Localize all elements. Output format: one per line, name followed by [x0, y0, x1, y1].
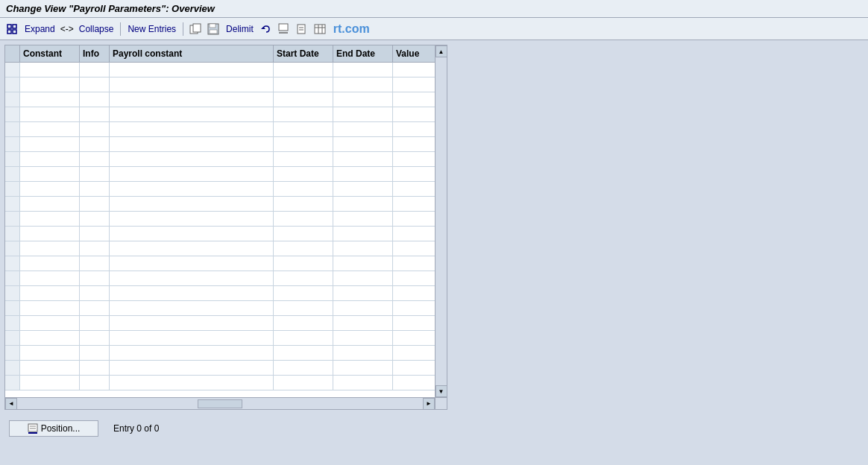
cell-enddate: [333, 316, 393, 331]
svg-rect-1: [13, 25, 16, 28]
table-row[interactable]: [5, 376, 447, 390]
table-row[interactable]: [5, 78, 447, 92]
cell-enddate: [333, 167, 393, 182]
position-btn-label: Position...: [41, 423, 81, 434]
table-row[interactable]: [5, 152, 447, 167]
table-row[interactable]: [5, 63, 447, 78]
cell-startdate: [274, 241, 333, 256]
table-row[interactable]: [5, 92, 447, 107]
scroll-left-btn[interactable]: ◄: [5, 398, 17, 410]
header-selector: [5, 45, 20, 62]
table-row[interactable]: [5, 212, 447, 227]
expand-label[interactable]: Expand: [22, 23, 57, 35]
new-entries-label[interactable]: New Entries: [125, 23, 178, 35]
table-row[interactable]: [5, 316, 447, 331]
table-row[interactable]: [5, 137, 447, 152]
svg-rect-3: [13, 30, 16, 34]
position-button[interactable]: Position...: [9, 420, 98, 437]
svg-rect-2: [7, 30, 11, 34]
table-row[interactable]: [5, 241, 447, 256]
cell-info: [80, 256, 110, 271]
cell-constant: [20, 256, 80, 271]
cell-constant: [20, 92, 80, 107]
copy-icon[interactable]: [188, 22, 203, 37]
cell-startdate: [274, 227, 333, 241]
table-row[interactable]: [5, 182, 447, 197]
table-row[interactable]: [5, 227, 447, 241]
row-selector: [5, 331, 20, 345]
cell-info: [80, 271, 110, 286]
cell-enddate: [333, 137, 393, 152]
table-row[interactable]: [5, 107, 447, 122]
table-row[interactable]: [5, 197, 447, 212]
row-selector: [5, 301, 20, 315]
position-icon: [28, 423, 38, 434]
cell-enddate: [333, 182, 393, 197]
scroll-right-btn[interactable]: ►: [423, 398, 435, 410]
cell-constant: [20, 63, 80, 78]
table-row[interactable]: [5, 331, 447, 346]
row-selector: [5, 316, 20, 330]
header-constant[interactable]: Constant: [20, 45, 80, 62]
row-selector: [5, 137, 20, 151]
cell-payroll: [110, 107, 274, 122]
table-row[interactable]: [5, 301, 447, 316]
toolbar: Expand <-> Collapse New Entries Delimit: [0, 18, 868, 40]
content-area: Constant Info Payroll constant Start Dat…: [0, 40, 868, 414]
table-row[interactable]: [5, 361, 447, 376]
cell-payroll: [110, 92, 274, 107]
cell-info: [80, 167, 110, 182]
expand-icon[interactable]: [4, 22, 19, 37]
table-row[interactable]: [5, 122, 447, 137]
cell-info: [80, 152, 110, 167]
cell-payroll: [110, 361, 274, 376]
table-row[interactable]: [5, 256, 447, 271]
svg-marker-9: [261, 27, 265, 29]
cell-constant: [20, 167, 80, 182]
horizontal-scrollbar[interactable]: ◄ ►: [5, 397, 435, 409]
cell-enddate: [333, 331, 393, 346]
find-icon[interactable]: [277, 22, 292, 37]
cell-info: [80, 346, 110, 361]
cell-payroll: [110, 122, 274, 137]
cell-constant: [20, 122, 80, 137]
cell-enddate: [333, 197, 393, 212]
cell-info: [80, 107, 110, 122]
cell-startdate: [274, 197, 333, 212]
cell-payroll: [110, 256, 274, 271]
vertical-scrollbar[interactable]: ▲ ▼: [435, 45, 447, 397]
table-row[interactable]: [5, 346, 447, 361]
cell-constant: [20, 376, 80, 390]
scroll-down-btn[interactable]: ▼: [435, 385, 447, 397]
header-startdate[interactable]: Start Date: [274, 45, 333, 62]
cell-constant: [20, 346, 80, 361]
collapse-label[interactable]: Collapse: [77, 23, 116, 35]
svg-rect-7: [210, 24, 216, 28]
save-icon[interactable]: [206, 22, 221, 37]
cell-info: [80, 376, 110, 390]
cell-constant: [20, 316, 80, 331]
scroll-h-thumb-inner[interactable]: [198, 399, 242, 408]
cell-enddate: [333, 346, 393, 361]
header-enddate[interactable]: End Date: [333, 45, 393, 62]
header-payroll[interactable]: Payroll constant: [110, 45, 274, 62]
cell-startdate: [274, 167, 333, 182]
cell-enddate: [333, 63, 393, 78]
table-icon[interactable]: [312, 22, 327, 37]
cell-payroll: [110, 137, 274, 152]
undo-icon[interactable]: [259, 22, 274, 37]
header-info[interactable]: Info: [80, 45, 110, 62]
cell-payroll: [110, 271, 274, 286]
row-selector: [5, 92, 20, 107]
table-row[interactable]: [5, 167, 447, 182]
bottom-bar: Position... Entry 0 of 0: [0, 414, 868, 443]
copy2-icon[interactable]: [295, 22, 309, 37]
scroll-h-track: [17, 399, 423, 408]
cell-payroll: [110, 227, 274, 241]
delimit-label[interactable]: Delimit: [224, 23, 256, 35]
table-row[interactable]: [5, 286, 447, 301]
table-row[interactable]: [5, 271, 447, 286]
cell-info: [80, 331, 110, 346]
scroll-up-btn[interactable]: ▲: [435, 45, 447, 57]
cell-constant: [20, 197, 80, 212]
